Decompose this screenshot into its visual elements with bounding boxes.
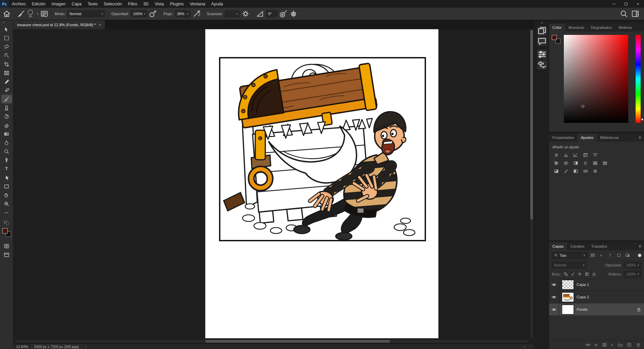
vertical-scrollbar[interactable] [530, 30, 533, 339]
dodge-tool[interactable] [1, 147, 12, 156]
mode-select[interactable]: Normal ▾ [67, 10, 105, 17]
hand-tool[interactable] [1, 191, 12, 199]
minimize-button[interactable] [608, 0, 620, 8]
tab-muestras[interactable]: Muestras [565, 23, 587, 32]
rectangle-tool[interactable] [1, 182, 12, 191]
adjustment-brightness-contrast-icon[interactable] [552, 152, 560, 158]
document-tab[interactable]: treasure chest.psd al 12.8% (Fondo, RGB/… [13, 20, 105, 29]
close-button[interactable]: × [632, 0, 644, 8]
menu-texto[interactable]: Texto [85, 0, 101, 8]
lock-artboard-icon[interactable] [584, 272, 589, 277]
layer-thumbnail[interactable] [562, 293, 574, 302]
lock-transparency-icon[interactable] [563, 272, 568, 277]
link-layers-icon[interactable] [586, 343, 590, 347]
menu-archivo[interactable]: Archivo [9, 0, 29, 8]
hue-slider[interactable] [636, 35, 641, 123]
filter-type-layers-icon[interactable]: T [607, 252, 613, 258]
brush-settings-toggle-icon[interactable] [40, 10, 48, 18]
history-brush-tool[interactable] [1, 112, 12, 121]
chevron-down-icon[interactable]: ▾ [37, 12, 38, 15]
lock-position-icon[interactable] [577, 272, 582, 277]
new-group-icon[interactable] [618, 343, 623, 347]
workspace-switcher-icon[interactable] [631, 10, 639, 18]
layer-row-capa1[interactable]: Capa 1 [549, 279, 644, 291]
lasso-tool[interactable] [1, 42, 12, 51]
foreground-background-colors[interactable] [2, 228, 11, 237]
adjustment-posterize-icon[interactable] [562, 168, 570, 174]
tab-trazados[interactable]: Trazados [588, 242, 610, 250]
status-prev-icon[interactable]: ‹ [524, 345, 531, 349]
menu-filtro[interactable]: Filtro [125, 0, 140, 8]
layer-row-capa2[interactable]: Capa 2 [549, 291, 644, 303]
home-icon[interactable] [3, 10, 11, 18]
adjustment-black-white-icon[interactable] [572, 160, 579, 166]
panel-foreground-swatch[interactable] [552, 35, 557, 40]
panel-menu-icon[interactable]: ≡ [636, 242, 644, 250]
menu-plugins[interactable]: Plugins [167, 0, 187, 8]
tab-motivos[interactable]: Motivos [615, 23, 635, 32]
type-tool[interactable]: T [1, 164, 12, 173]
blur-tool[interactable] [1, 138, 12, 147]
menu-vista[interactable]: Vista [152, 0, 167, 8]
horizontal-scroll-thumb[interactable] [205, 340, 390, 343]
eraser-tool[interactable] [1, 121, 12, 130]
move-tool[interactable] [1, 25, 12, 34]
layer-opacity-field[interactable]: 100% ▾ [624, 262, 641, 268]
brush-angle-field[interactable]: 0° [266, 10, 277, 17]
adjustment-exposure-icon[interactable] [582, 152, 589, 158]
saturation-brightness-field[interactable] [564, 35, 628, 123]
smoothing-options-gear-icon[interactable] [241, 10, 250, 18]
tab-capas[interactable]: Capas [549, 242, 567, 250]
adjustment-curves-icon[interactable] [572, 152, 579, 158]
filter-smart-objects-icon[interactable] [624, 252, 631, 258]
layer-filter-combo[interactable]: Tipo ▾ [552, 252, 587, 259]
lock-pixels-icon[interactable] [570, 272, 575, 277]
adjustment-color-balance-icon[interactable] [562, 160, 570, 166]
adjustment-photo-filter-icon[interactable] [582, 160, 589, 166]
lock-all-icon[interactable] [591, 272, 596, 277]
opacity-field[interactable]: 100% ▾ [131, 10, 147, 17]
menu-ayuda[interactable]: Ayuda [208, 0, 226, 8]
adjustment-invert-icon[interactable] [552, 168, 560, 174]
clone-stamp-tool[interactable] [1, 103, 12, 112]
document-page[interactable] [205, 29, 438, 338]
object-selection-tool[interactable] [1, 51, 12, 60]
tab-bibliotecas[interactable]: Bibliotecas [597, 134, 622, 142]
pressure-size-icon[interactable] [279, 10, 287, 18]
menu-imagen[interactable]: Imagen [49, 0, 69, 8]
delete-layer-icon[interactable] [636, 343, 641, 347]
blend-mode-select[interactable]: Normal ▾ [552, 262, 587, 268]
screen-mode-button[interactable] [1, 250, 12, 259]
layer-style-fx-icon[interactable]: fx [595, 343, 598, 347]
color-cursor[interactable] [582, 105, 584, 108]
adjustment-gradient-map-icon[interactable] [582, 168, 589, 174]
crop-tool[interactable] [1, 60, 12, 68]
history-panel-icon[interactable] [537, 26, 547, 36]
export-panel-icon[interactable] [537, 60, 547, 69]
pressure-opacity-icon[interactable] [149, 10, 157, 18]
panel-menu-icon[interactable]: ≡ [636, 134, 644, 142]
tab-canales[interactable]: Canales [567, 242, 588, 250]
visibility-eye-icon[interactable] [549, 303, 559, 315]
layer-thumbnail[interactable] [562, 280, 574, 289]
layer-row-fondo[interactable]: Fondo [549, 303, 644, 316]
brush-preset-icon[interactable] [17, 10, 25, 18]
tab-close-icon[interactable]: × [99, 22, 101, 27]
collapse-panels-icon[interactable]: « [536, 20, 548, 26]
tab-color[interactable]: Color [549, 23, 565, 32]
adjustment-selective-color-icon[interactable] [591, 168, 599, 174]
visibility-eye-icon[interactable] [549, 279, 559, 291]
pen-tool[interactable] [1, 156, 12, 164]
menu-capa[interactable]: Capa [68, 0, 85, 8]
zoom-tool[interactable] [1, 199, 12, 208]
status-next-icon[interactable]: › [85, 345, 86, 349]
add-mask-icon[interactable] [602, 343, 607, 347]
layer-thumbnail[interactable] [562, 305, 574, 314]
tab-degradados[interactable]: Degradados [588, 23, 615, 32]
filter-pixel-layers-icon[interactable] [589, 252, 596, 258]
adjustment-vibrance-icon[interactable] [591, 152, 599, 158]
default-colors-icon[interactable] [4, 221, 9, 225]
smoothing-field[interactable]: ▾ [225, 10, 239, 17]
horizontal-scrollbar[interactable] [15, 340, 529, 343]
brush-size-picker[interactable]: 20 [28, 10, 33, 18]
